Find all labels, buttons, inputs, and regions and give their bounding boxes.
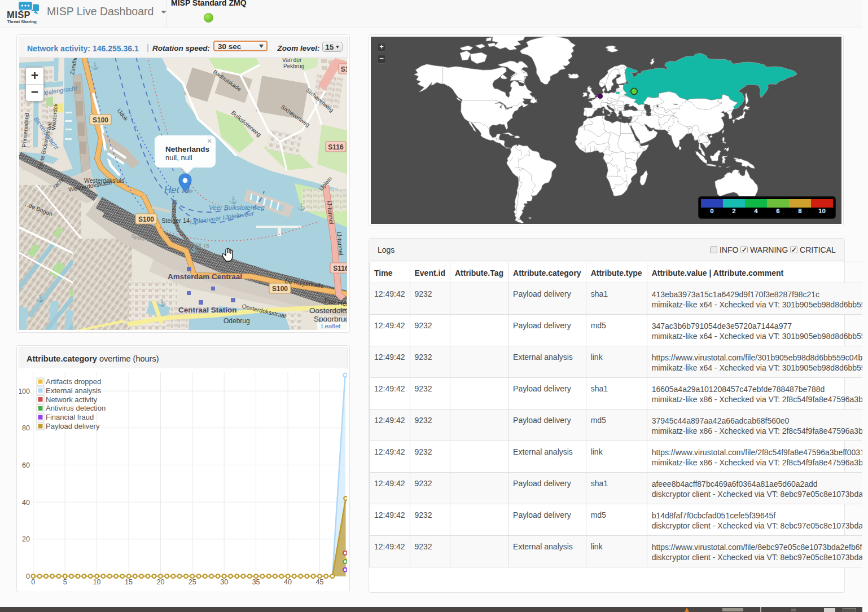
svg-text:60: 60: [22, 461, 30, 469]
svg-text:null, null: null, null: [165, 153, 192, 162]
svg-text:S100: S100: [93, 116, 108, 124]
svg-text:25: 25: [188, 578, 196, 586]
svg-text:Pekbrug: Pekbrug: [283, 63, 304, 69]
svg-text:Netherlands: Netherlands: [165, 145, 209, 153]
svg-text:⚓: ⚓: [36, 294, 45, 302]
svg-text:⚓: ⚓: [297, 202, 306, 211]
svg-text:20: 20: [156, 578, 164, 586]
svg-text:×: ×: [207, 137, 212, 146]
svg-text:Threat Sharing: Threat Sharing: [7, 19, 37, 24]
svg-text:0: 0: [31, 578, 35, 586]
svg-text:Oosterdokse: Oosterdokse: [309, 306, 347, 315]
svg-text:Odebrug: Odebrug: [223, 317, 250, 325]
svg-text:35: 35: [252, 578, 260, 586]
svg-text:40: 40: [22, 499, 30, 507]
svg-text:5: 5: [63, 578, 67, 586]
svg-text:40: 40: [284, 578, 292, 586]
svg-text:External analysis: External analysis: [46, 386, 102, 395]
svg-text:⚓: ⚓: [158, 298, 166, 307]
svg-text:Steiger 14: Steiger 14: [161, 217, 190, 224]
svg-text:S11: S11: [341, 65, 347, 73]
svg-text:Network activity: Network activity: [46, 395, 98, 404]
svg-text:Centraal Station: Centraal Station: [178, 306, 237, 314]
svg-text:30: 30: [220, 578, 228, 586]
svg-text:80: 80: [22, 424, 30, 432]
svg-text:100: 100: [19, 388, 30, 395]
svg-text:S100: S100: [138, 215, 154, 223]
svg-text:10: 10: [93, 578, 101, 586]
svg-text:0: 0: [26, 573, 30, 580]
svg-text:S116: S116: [328, 143, 344, 151]
svg-text:45: 45: [315, 578, 323, 586]
svg-text:Financial fraud: Financial fraud: [46, 413, 94, 421]
svg-text:⚓: ⚓: [91, 61, 99, 70]
svg-text:Leaflet: Leaflet: [321, 323, 341, 329]
svg-text:Artifacts dropped: Artifacts dropped: [46, 377, 101, 386]
svg-text:S100: S100: [272, 285, 288, 293]
svg-text:⚓: ⚓: [229, 196, 238, 204]
svg-text:Spoorbrug: Spoorbrug: [314, 315, 347, 323]
svg-text:Veer Buiksloterweg: Veer Buiksloterweg: [209, 204, 265, 211]
svg-text:Amsterdam Centraal: Amsterdam Centraal: [168, 272, 242, 281]
svg-text:Payload delivery: Payload delivery: [46, 422, 100, 430]
svg-text:15: 15: [125, 578, 133, 586]
svg-text:20: 20: [22, 535, 30, 543]
svg-text:Van der: Van der: [282, 58, 302, 63]
svg-text:S116: S116: [333, 265, 347, 272]
svg-text:Antivirus detection: Antivirus detection: [46, 404, 106, 412]
svg-text:MISP: MISP: [7, 10, 30, 20]
